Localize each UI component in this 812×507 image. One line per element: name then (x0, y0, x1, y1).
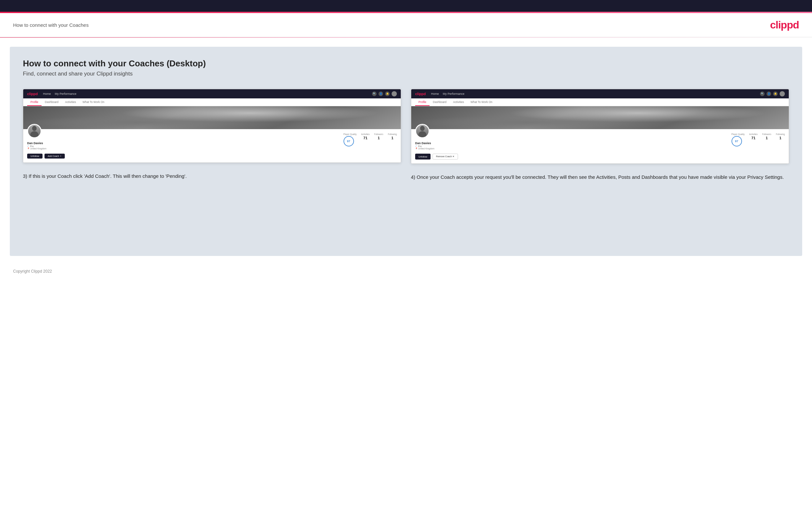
mock-nav-links-1: Home My Performance (43, 92, 367, 96)
mock-stat-activities-label-1: Activities (361, 133, 370, 135)
mock-nav-performance-1: My Performance (55, 92, 76, 96)
add-coach-button-1[interactable]: Add Coach + (45, 154, 65, 159)
avatar-inner-2 (416, 125, 428, 137)
svg-point-2 (420, 126, 425, 131)
search-icon-1: 🔍 (372, 92, 376, 96)
tab-profile-2[interactable]: Profile (415, 98, 429, 106)
mock-stat-following-label-1: Following (388, 133, 397, 135)
mock-stat-following-value-1: 1 (388, 136, 397, 140)
mock-stat-following-value-2: 1 (776, 136, 785, 140)
mock-stat-quality-label-1: Player Quality (344, 133, 357, 135)
mock-stat-followers-label-2: Followers (762, 133, 771, 135)
mock-stat-quality-label-2: Player Quality (731, 133, 745, 135)
clippd-logo: clippd (770, 19, 799, 31)
mock-hero-1 (23, 106, 401, 129)
mock-stat-activities-value-2: 71 (749, 136, 758, 140)
tab-profile-1[interactable]: Profile (27, 98, 42, 106)
mock-stat-following-1: Following 1 (388, 133, 397, 140)
mock-name-2: Dan Davies (415, 142, 435, 145)
header-divider (0, 37, 812, 38)
page-heading: How to connect with your Coaches (Deskto… (23, 58, 789, 69)
bell-icon-1: 🔔 (385, 92, 390, 96)
mock-role-1: ✓ Pro (27, 145, 46, 148)
mock-location-label-2: United Kingdom (418, 148, 435, 150)
mock-stat-activities-2: Activities 71 (749, 133, 758, 140)
mock-hero-2 (411, 106, 789, 129)
copyright-text: Copyright Clippd 2022 (13, 269, 52, 274)
page-subheading: Find, connect and share your Clippd insi… (23, 71, 789, 77)
mock-logo-1: clippd (27, 92, 38, 96)
column-1: clippd Home My Performance 🔍 👤 🔔 Profile (23, 89, 401, 180)
mock-stats-1: Player Quality 97 Activities 71 Follower… (344, 132, 397, 147)
tab-activities-2[interactable]: Activities (450, 98, 467, 106)
avatar-inner-1 (28, 125, 41, 137)
svg-point-0 (32, 126, 37, 131)
tab-dashboard-1[interactable]: Dashboard (42, 98, 62, 106)
mock-stat-followers-value-1: 1 (374, 136, 384, 140)
mock-hero-img-1 (23, 106, 401, 129)
bell-icon-2: 🔔 (773, 92, 778, 96)
page-header: How to connect with your Coaches clippd (0, 13, 812, 37)
mock-quality-value-1: 97 (347, 139, 350, 143)
mock-stat-following-2: Following 1 (776, 133, 785, 140)
mock-nav-2: clippd Home My Performance 🔍 👤 🔔 (411, 89, 789, 98)
screenshot-mock-1: clippd Home My Performance 🔍 👤 🔔 Profile (23, 89, 401, 163)
mock-nav-home-1: Home (43, 92, 51, 96)
mock-stat-followers-1: Followers 1 (374, 133, 384, 140)
mock-avatar-wrap-2 (415, 124, 429, 138)
mock-nav-1: clippd Home My Performance 🔍 👤 🔔 (23, 89, 401, 98)
nav-avatar-1 (392, 91, 397, 97)
tab-dashboard-2[interactable]: Dashboard (429, 98, 450, 106)
mock-profile-info-2: Dan Davies ✓ Pro 📍 United Kingdom (415, 139, 435, 150)
main-content-area: How to connect with your Coaches (Deskto… (10, 47, 802, 256)
tab-activities-1[interactable]: Activities (62, 98, 80, 106)
mock-stat-quality-1: Player Quality 97 (344, 133, 357, 147)
mock-stat-quality-2: Player Quality 97 (731, 133, 745, 147)
mock-nav-performance-2: My Performance (443, 92, 464, 96)
mock-profile-section-1: Dan Davies ✓ Pro 📍 United Kingdom U (23, 129, 401, 163)
mock-stat-following-label-2: Following (776, 133, 785, 135)
mock-role-label-2: Pro (418, 145, 422, 148)
mock-stats-2: Player Quality 97 Activities 71 Follower… (731, 132, 785, 147)
top-bar (0, 0, 812, 12)
mock-avatar-2 (415, 124, 429, 138)
mock-name-1: Dan Davies (27, 142, 46, 145)
page-footer: Copyright Clippd 2022 (0, 265, 812, 278)
mock-stat-activities-label-2: Activities (749, 133, 758, 135)
mock-nav-icons-2: 🔍 👤 🔔 (760, 91, 785, 97)
nav-avatar-2 (779, 91, 785, 97)
mock-stat-activities-1: Activities 71 (361, 133, 370, 140)
user-icon-2: 👤 (766, 92, 771, 96)
avatar-silhouette-1 (28, 125, 41, 137)
mock-role-2: ✓ Pro (415, 145, 435, 148)
mock-hero-img-2 (411, 106, 789, 129)
screenshot-mock-2: clippd Home My Performance 🔍 👤 🔔 Profile (411, 89, 789, 164)
tab-what-to-work-on-2[interactable]: What To Work On (467, 98, 496, 106)
remove-coach-button-2[interactable]: Remove Coach ✕ (433, 154, 458, 160)
unfollow-button-2[interactable]: Unfollow (415, 154, 430, 160)
mock-stat-activities-value-1: 71 (361, 136, 370, 140)
search-icon-2: 🔍 (760, 92, 765, 96)
mock-stat-followers-2: Followers 1 (762, 133, 771, 140)
tab-what-to-work-on-1[interactable]: What To Work On (79, 98, 108, 106)
avatar-silhouette-2 (416, 125, 428, 137)
mock-avatar-wrap-1 (27, 124, 42, 138)
mock-location-2: 📍 United Kingdom (415, 148, 435, 150)
mock-role-label-1: Pro (30, 145, 34, 148)
mock-logo-2: clippd (415, 92, 426, 96)
mock-actions-1: Unfollow Add Coach + (27, 154, 65, 159)
mock-location-1: 📍 United Kingdom (27, 148, 46, 150)
mock-nav-home-2: Home (431, 92, 439, 96)
column-2: clippd Home My Performance 🔍 👤 🔔 Profile (411, 89, 789, 181)
mock-profile-section-2: Dan Davies ✓ Pro 📍 United Kingdom U (411, 129, 789, 163)
unfollow-button-1[interactable]: Unfollow (27, 154, 43, 159)
page-header-title: How to connect with your Coaches (13, 22, 89, 28)
mock-stat-followers-value-2: 1 (762, 136, 771, 140)
mock-stat-followers-label-1: Followers (374, 133, 384, 135)
mock-nav-links-2: Home My Performance (431, 92, 755, 96)
mock-tabs-1: Profile Dashboard Activities What To Wor… (23, 98, 401, 106)
mock-avatar-1 (27, 124, 42, 138)
mock-tabs-2: Profile Dashboard Activities What To Wor… (411, 98, 789, 106)
two-column-layout: clippd Home My Performance 🔍 👤 🔔 Profile (23, 89, 789, 181)
mock-quality-circle-2: 97 (731, 136, 742, 147)
